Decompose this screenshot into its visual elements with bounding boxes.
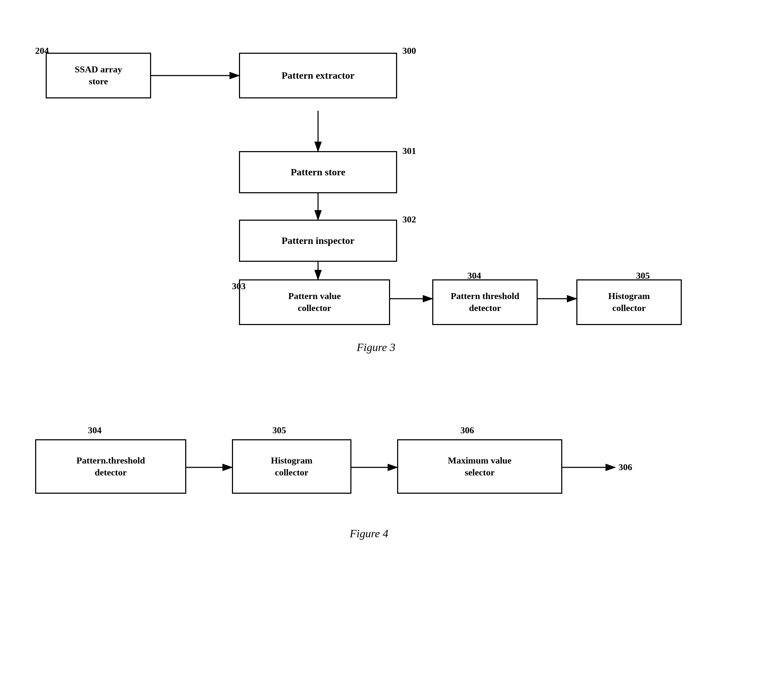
pattern-extractor-box: Pattern extractor [239,53,397,99]
ssad-box: SSAD array store [46,53,151,99]
pattern-inspector-ref: 302 [402,215,416,225]
ssad-label: SSAD array store [75,64,122,88]
pattern-threshold-detector-ref-fig3: 304 [467,271,481,281]
pattern-extractor-ref: 300 [402,46,416,56]
pattern-store-ref: 301 [402,146,416,157]
pattern-threshold-detector-label-fig3: Pattern threshold detector [451,290,519,314]
maximum-value-selector-box: Maximum value selector [397,439,562,494]
maximum-value-selector-ref: 306 [460,425,474,436]
pattern-store-box: Pattern store [239,151,397,193]
pattern-threshold-detector-box-fig3: Pattern threshold detector [432,279,538,325]
pattern-threshold-detector-label-fig4: Pattern.threshold detector [76,455,145,479]
pattern-store-label: Pattern store [291,166,346,179]
ssad-ref: 204 [35,46,49,56]
histogram-collector-box-fig3: Histogram collector [576,279,682,325]
pattern-value-collector-box: Pattern value collector [239,279,390,325]
histogram-collector-ref-fig3: 305 [636,271,650,281]
pattern-inspector-box: Pattern inspector [239,220,397,262]
pattern-threshold-detector-ref-fig4: 304 [88,425,102,436]
figure3-caption: Figure 3 [341,341,411,354]
pattern-threshold-detector-box-fig4: Pattern.threshold detector [35,439,186,494]
pattern-extractor-label: Pattern extractor [282,69,355,82]
maximum-value-selector-label: Maximum value selector [448,455,511,479]
histogram-collector-label-fig3: Histogram collector [608,290,650,314]
histogram-collector-ref-fig4: 305 [272,425,286,436]
figure4-caption: Figure 4 [334,527,404,540]
histogram-collector-label-fig4: Histogram collector [271,455,312,479]
output-ref: 306 [618,462,632,473]
pattern-value-collector-label: Pattern value collector [288,290,341,314]
histogram-collector-box-fig4: Histogram collector [232,439,351,494]
pattern-value-collector-ref: 303 [232,281,246,292]
pattern-inspector-label: Pattern inspector [282,234,355,247]
